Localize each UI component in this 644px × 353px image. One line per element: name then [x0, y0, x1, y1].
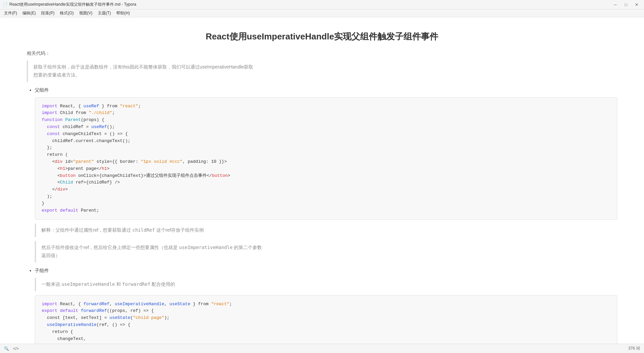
intro-label: 相关代码： [27, 50, 617, 56]
child-code-block: import React, { forwardRef, useImperativ… [35, 295, 617, 344]
parent-code-block: import React, { useRef } from "react"; i… [35, 97, 617, 220]
code-line: <Child ref={childRef} /> [42, 179, 610, 186]
list-item-child: 子组件 一般来说 useImperativeHandle 和 forwardRe… [35, 268, 617, 344]
code-line: }; [42, 144, 610, 151]
main-content: React使用useImperativeHandle实现父组件触发子组件事件 相… [0, 17, 644, 344]
code-line: export default Parent; [42, 207, 610, 214]
code-line: } [42, 200, 610, 207]
code-line: const childRef = useRef(); [42, 124, 610, 131]
code-line: import React, { forwardRef, useImperativ… [42, 301, 610, 308]
code-line: return { [42, 329, 610, 336]
list-item-parent: 父组件 import React, { useRef } from "react… [35, 87, 617, 262]
parent-label: 父组件 [35, 87, 49, 93]
code-line: </div> [42, 186, 610, 193]
menu-item[interactable]: 段落(P) [38, 10, 57, 17]
menu-item[interactable]: 编辑(E) [20, 10, 38, 17]
child-label: 子组件 [35, 268, 49, 273]
code-line: <div id="parent" style={{ border: "1px s… [42, 158, 610, 165]
window-controls[interactable]: ─ □ ✕ [611, 1, 641, 8]
code-line: const [text, setText] = useState("child … [42, 315, 610, 322]
note-blockquote-2: 然后子组件接收这个ref，然后给它身上绑定一些想要属性（也就是 useImper… [35, 241, 617, 262]
close-button[interactable]: ✕ [632, 1, 641, 8]
note-blockquote-1: 解释：父组件中通过属性ref，想要获取通过 childRef 这个ref存放子组… [35, 224, 617, 237]
code-line: return ( [42, 151, 610, 158]
menu-item[interactable]: 文件(F) [1, 10, 20, 17]
minimize-button[interactable]: ─ [611, 1, 620, 8]
menu-item[interactable]: 格式(O) [57, 10, 76, 17]
title-bar-left: 📄 React使用useImperativeHandle实现父组件触发子组件事件… [3, 2, 136, 7]
code-line: function Parent(props) { [42, 117, 610, 124]
code-line: changeText, [42, 336, 610, 343]
code-line: <h1>parent page</h1> [42, 165, 610, 172]
code-line: import React, { useRef } from "react"; [42, 103, 610, 110]
window-title: React使用useImperativeHandle实现父组件触发子组件事件.m… [9, 2, 136, 7]
menu-item[interactable]: 主题(T) [95, 10, 114, 17]
code-line: ); [42, 193, 610, 200]
editor-area[interactable]: React使用useImperativeHandle实现父组件触发子组件事件 相… [0, 17, 644, 344]
code-line: export default forwardRef((props, ref) =… [42, 308, 610, 315]
code-line: <button onClick={changeChildText}>通过父组件实… [42, 172, 610, 180]
menu-item[interactable]: 视图(V) [76, 10, 95, 17]
code-line: import Child from "./child"; [42, 110, 610, 117]
child-intro-note: 一般来说 useImperativeHandle 和 forwardRef 配合… [35, 278, 617, 291]
title-bar: 📄 React使用useImperativeHandle实现父组件触发子组件事件… [0, 0, 644, 9]
app-icon: 📄 [3, 2, 7, 7]
code-line: const changeChildText = () => { [42, 131, 610, 138]
blockquote-intro: 获取子组件实例，由于这是函数组件，没有this因此不能整体获取，我们可以通过us… [27, 61, 617, 82]
code-line: childRef.current.changeText(); [42, 138, 610, 145]
menu-item[interactable]: 帮助(H) [114, 10, 133, 17]
content-list: 父组件 import React, { useRef } from "react… [35, 87, 617, 344]
menu-bar: 文件(F)编辑(E)段落(P)格式(O)视图(V)主题(T)帮助(H) [0, 9, 644, 17]
page-title: React使用useImperativeHandle实现父组件触发子组件事件 [27, 31, 617, 42]
maximize-button[interactable]: □ [621, 1, 631, 8]
code-line: useImperativeHandle(ref, () => { [42, 322, 610, 329]
